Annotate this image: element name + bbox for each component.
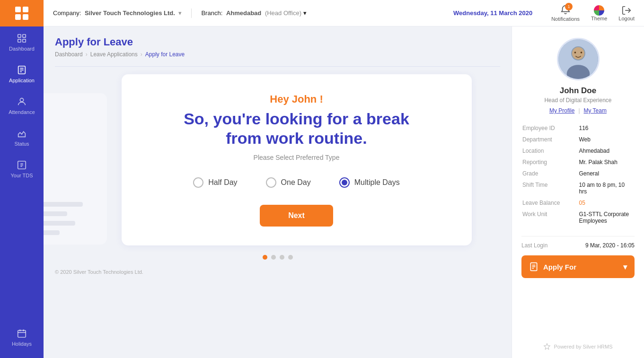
avatar-image (558, 39, 598, 79)
half-day-radio[interactable] (193, 177, 203, 188)
employee-info-table: Employee ID 116 Department Web Location … (521, 122, 635, 227)
divider-line (55, 66, 500, 67)
table-row: Work Unit G1-STTL Corporate Employees (521, 209, 635, 227)
multiple-days-radio[interactable] (339, 177, 350, 188)
card-container: Hey John ! So, you're looking for a brea… (55, 74, 500, 245)
option-one-day[interactable]: One Day (266, 177, 311, 188)
sidebar-item-application[interactable]: Application (0, 58, 44, 90)
table-row: Reporting Mr. Palak Shah (521, 157, 635, 168)
divider (191, 9, 192, 18)
table-row: Department Web (521, 134, 635, 145)
hrms-logo-icon (543, 343, 551, 350)
dashboard-icon (17, 33, 27, 44)
svg-rect-14 (18, 331, 26, 338)
sidebar-item-dashboard[interactable]: Dashboard (0, 26, 44, 58)
theme-button[interactable]: Theme (591, 5, 607, 21)
headline: So, you're looking for a break from work… (150, 109, 443, 148)
topbar-actions: 1 Notifications Theme Logout (551, 5, 635, 22)
holidays-icon (17, 328, 27, 339)
table-row: Employee ID 116 (521, 122, 635, 134)
sidebar: Dashboard Application Attendance Status … (0, 0, 44, 358)
branch-dropdown-icon[interactable]: ▾ (303, 9, 307, 17)
dot-2 (271, 255, 276, 260)
my-profile-link[interactable]: My Profile (549, 107, 574, 114)
sidebar-item-holidays[interactable]: Holidays (0, 322, 44, 353)
svg-rect-5 (23, 35, 26, 37)
progress-dots (55, 255, 500, 260)
logo-icon (13, 5, 30, 22)
svg-marker-29 (544, 343, 550, 349)
last-login-row: Last Login 9 Mar, 2020 - 16:05 (521, 242, 635, 249)
svg-rect-2 (15, 14, 21, 20)
main-area: Company: Silver Touch Technologies Ltd. … (44, 0, 644, 358)
option-half-day[interactable]: Half Day (193, 177, 237, 188)
svg-point-23 (574, 52, 576, 53)
attendance-icon (17, 96, 27, 107)
table-row: Grade General (521, 168, 635, 179)
breadcrumb-leave-applications[interactable]: Leave Applications (90, 51, 138, 58)
svg-point-24 (580, 52, 582, 53)
svg-point-22 (572, 47, 584, 60)
sidebar-item-yourtds[interactable]: Your TDS (0, 153, 44, 185)
current-date: Wednesday, 11 March 2020 (453, 9, 532, 17)
dot-4 (288, 255, 293, 260)
svg-rect-0 (15, 7, 21, 12)
leave-form-card: Hey John ! So, you're looking for a brea… (122, 74, 472, 245)
next-button[interactable]: Next (260, 205, 333, 227)
my-team-link[interactable]: My Team (584, 107, 607, 114)
status-icon (17, 128, 27, 139)
one-day-radio[interactable] (266, 177, 276, 188)
company-dropdown-icon[interactable]: ▾ (178, 9, 182, 17)
last-login-section: Last Login 9 Mar, 2020 - 16:05 (521, 236, 635, 249)
document-icon (529, 262, 538, 271)
avatar-svg (558, 38, 598, 80)
form-subtitle: Please Select Preferred Type (150, 154, 443, 161)
svg-point-12 (20, 98, 23, 102)
sidebar-item-status[interactable]: Status (0, 122, 44, 153)
sidebar-item-attendance[interactable]: Attendance (0, 90, 44, 122)
breadcrumb-dashboard[interactable]: Dashboard (55, 51, 83, 58)
breadcrumb-current: Apply for Leave (145, 51, 185, 58)
theme-icon (594, 5, 604, 16)
table-row: Shift Time 10 am to 8 pm, 10 hrs (521, 179, 635, 197)
svg-rect-1 (23, 7, 28, 12)
right-panel: John Doe Head of Digital Experience My P… (512, 26, 644, 358)
greeting: Hey John ! (150, 93, 443, 105)
topbar: Company: Silver Touch Technologies Ltd. … (44, 0, 644, 26)
notification-count: 1 (565, 3, 573, 10)
logo[interactable] (0, 0, 44, 26)
option-multiple-days[interactable]: Multiple Days (339, 177, 400, 188)
table-row: Location Ahmedabad (521, 145, 635, 157)
svg-rect-4 (18, 35, 21, 37)
leave-type-options: Half Day One Day Multiple Days (150, 177, 443, 188)
notifications-button[interactable]: 1 Notifications (551, 5, 580, 22)
dot-3 (280, 255, 284, 260)
user-name: John Doe (560, 86, 596, 96)
page-title: Apply for Leave (55, 36, 500, 48)
branch-info: Branch: Ahmedabad (Head Office) ▾ (201, 9, 306, 17)
logout-button[interactable]: Logout (618, 5, 635, 21)
chevron-down-icon: ▾ (623, 262, 627, 271)
svg-rect-6 (18, 39, 21, 42)
footer-copyright: © 2020 Silver Touch Technologies Ltd. (55, 269, 500, 275)
breadcrumb: Dashboard › Leave Applications › Apply f… (55, 51, 500, 58)
avatar (557, 38, 600, 80)
user-links: My Profile | My Team (549, 107, 607, 114)
decorative-card (44, 93, 107, 244)
application-icon (17, 65, 27, 75)
page-content: Apply for Leave Dashboard › Leave Applic… (44, 26, 512, 358)
powered-by: Powered by Silver HRMS (521, 343, 635, 350)
company-info: Company: Silver Touch Technologies Ltd. … (53, 9, 182, 17)
table-row: Leave Balance 05 (521, 197, 635, 209)
user-title: Head of Digital Experience (544, 97, 611, 104)
content-row: Apply for Leave Dashboard › Leave Applic… (44, 26, 644, 358)
apply-for-button[interactable]: Apply For ▾ (521, 255, 635, 278)
svg-rect-3 (23, 14, 28, 20)
logout-icon (621, 5, 632, 16)
dot-1 (263, 255, 267, 260)
svg-rect-7 (23, 39, 26, 42)
tds-icon (17, 160, 27, 170)
